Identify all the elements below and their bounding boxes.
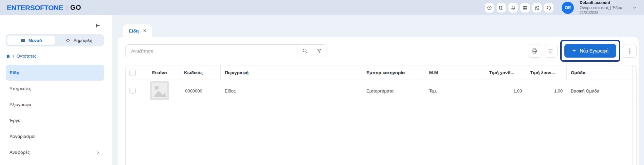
row-select-cell bbox=[126, 88, 139, 94]
logo-product: GO bbox=[70, 4, 81, 12]
search-input[interactable] bbox=[126, 45, 298, 57]
sidebar-item-accounts[interactable]: Λογαριασμοί bbox=[6, 128, 104, 144]
filter-icon bbox=[316, 48, 322, 54]
collapse-left-icon bbox=[95, 23, 101, 28]
sidebar-item-items[interactable]: Είδη bbox=[6, 65, 104, 81]
avatar[interactable]: OE bbox=[562, 2, 574, 14]
header-wholesale-price[interactable]: Τιμή χονδ... bbox=[485, 65, 526, 80]
account-info[interactable]: Default account Ονομα εταιρείας | Έδρα 2… bbox=[580, 1, 622, 15]
select-all-cell bbox=[126, 65, 139, 80]
select-all-checkbox[interactable] bbox=[129, 70, 136, 76]
logo-separator: | bbox=[66, 4, 68, 12]
tabstrip: Είδη × bbox=[118, 15, 639, 37]
cell-retail-price: 1,00 bbox=[526, 88, 567, 94]
content-card: + Νέα Εγγραφή ⋮ Εικόνα Κωδικός bbox=[118, 37, 639, 165]
book-icon bbox=[499, 5, 504, 11]
hamburger-icon bbox=[20, 38, 25, 43]
tab-items-label: Είδη bbox=[129, 28, 139, 34]
plus-icon: + bbox=[572, 47, 576, 54]
header-group[interactable]: Ομάδα bbox=[567, 65, 633, 80]
support-button[interactable] bbox=[544, 3, 554, 13]
account-company: Ονομα εταιρείας | Έδρα bbox=[580, 6, 622, 10]
sidebar-item-projects[interactable]: Έργα bbox=[6, 112, 104, 128]
print-button[interactable] bbox=[528, 44, 541, 58]
search-button[interactable] bbox=[298, 45, 312, 57]
breadcrumb-separator: / bbox=[13, 54, 14, 59]
breadcrumb: / Οντότητες bbox=[6, 54, 104, 59]
book-button[interactable] bbox=[497, 3, 506, 13]
row-image-cell bbox=[139, 81, 180, 100]
sidebar-collapse-button[interactable] bbox=[95, 23, 101, 29]
chevron-down-icon bbox=[632, 5, 637, 10]
widgets-button[interactable] bbox=[532, 3, 542, 13]
delete-button[interactable] bbox=[544, 44, 558, 58]
header-gutter bbox=[633, 65, 636, 80]
header-image[interactable]: Εικόνα bbox=[139, 65, 180, 80]
breadcrumb-entities[interactable]: Οντότητες bbox=[17, 54, 36, 59]
row-checkbox[interactable] bbox=[129, 88, 136, 94]
star-icon bbox=[65, 38, 71, 43]
gauge-button[interactable] bbox=[485, 3, 494, 13]
header-unit[interactable]: Μ.Μ bbox=[425, 65, 485, 80]
sidebar-menu: Είδη Υπηρεσίες Αξιόγραφα Έργα Λογαριασμο… bbox=[6, 65, 104, 160]
apps-button[interactable] bbox=[520, 3, 530, 13]
bell-icon bbox=[510, 5, 516, 11]
logo-brand: ENTERSOFTONE bbox=[7, 4, 63, 12]
tab-menu-label: Μενού bbox=[28, 38, 42, 43]
apps-icon bbox=[522, 5, 528, 11]
cell-wholesale-price: 1,00 bbox=[485, 88, 526, 94]
headset-icon bbox=[546, 5, 551, 11]
cell-group: Βασική Ομάδα bbox=[567, 88, 633, 94]
table-row[interactable]: 0000000 Είδος Εμπορεύματα Τεμ. 1,00 1,00… bbox=[126, 80, 636, 102]
tab-favorites[interactable]: Δημοφιλή bbox=[55, 36, 103, 45]
filter-button[interactable] bbox=[312, 45, 326, 57]
sidebar-item-label: Είδη bbox=[9, 70, 19, 75]
sidebar-item-label: Αξιόγραφα bbox=[9, 102, 31, 107]
topbar-actions: OE Default account Ονομα εταιρείας | Έδρ… bbox=[485, 1, 637, 15]
printer-icon bbox=[531, 48, 538, 54]
trash-icon bbox=[547, 48, 554, 54]
header-code[interactable]: Κωδικός bbox=[180, 65, 221, 80]
table-header-row: Εικόνα Κωδικός Περιγραφή Εμπορ.κατηγορία… bbox=[126, 65, 636, 80]
more-options-button[interactable]: ⋮ bbox=[623, 44, 637, 58]
account-date: 21/01/2026 bbox=[580, 11, 622, 15]
cell-category: Εμπορεύματα bbox=[362, 88, 425, 94]
chevron-right-icon: › bbox=[97, 149, 99, 155]
sidebar-item-label: Λογαριασμοί bbox=[9, 134, 35, 139]
image-placeholder-icon bbox=[150, 81, 169, 100]
search-icon bbox=[302, 48, 308, 54]
search-box bbox=[125, 44, 326, 57]
app-logo: ENTERSOFTONE | GO bbox=[7, 4, 81, 12]
sidebar-view-toggle: Μενού Δημοφιλή bbox=[6, 34, 104, 46]
items-table: Εικόνα Κωδικός Περιγραφή Εμπορ.κατηγορία… bbox=[125, 65, 637, 165]
header-category[interactable]: Εμπορ.κατηγορία bbox=[362, 65, 425, 80]
new-record-button[interactable]: + Νέα Εγγραφή bbox=[564, 44, 616, 58]
sidebar-item-label: Υπηρεσίες bbox=[9, 86, 31, 91]
tab-close-icon[interactable]: × bbox=[143, 28, 146, 34]
new-record-label: Νέα Εγγραφή bbox=[580, 48, 608, 54]
header-retail-price[interactable]: Τιμή λιανι... bbox=[526, 65, 567, 80]
account-menu-chevron[interactable] bbox=[632, 5, 637, 10]
header-description[interactable]: Περιγραφή bbox=[221, 65, 362, 80]
tab-favorites-label: Δημοφιλή bbox=[74, 38, 93, 43]
tab-items[interactable]: Είδη × bbox=[123, 24, 152, 37]
notifications-button[interactable] bbox=[508, 3, 518, 13]
main-area: Είδη × bbox=[112, 15, 644, 165]
toolbar: + Νέα Εγγραφή ⋮ bbox=[125, 44, 637, 58]
sidebar-item-label: Αναφορές bbox=[9, 150, 30, 155]
sidebar-item-label: Έργα bbox=[9, 118, 21, 123]
sidebar-item-notes[interactable]: Αξιόγραφα bbox=[6, 97, 104, 112]
sidebar-item-services[interactable]: Υπηρεσίες bbox=[6, 81, 104, 97]
account-name: Default account bbox=[580, 1, 622, 5]
cell-code: 0000000 bbox=[180, 88, 221, 94]
topbar: ENTERSOFTONE | GO OE Default account Ονο… bbox=[0, 0, 644, 15]
toolbar-actions: + Νέα Εγγραφή ⋮ bbox=[528, 40, 637, 62]
tutorial-highlight-box: + Νέα Εγγραφή bbox=[560, 40, 620, 62]
sidebar-item-reports[interactable]: Αναφορές › bbox=[6, 144, 104, 160]
gauge-icon bbox=[487, 5, 492, 11]
kebab-icon: ⋮ bbox=[627, 48, 633, 54]
tab-menu[interactable]: Μενού bbox=[7, 36, 55, 45]
widgets-icon bbox=[534, 5, 540, 11]
cell-description: Είδος bbox=[221, 88, 362, 94]
home-icon[interactable] bbox=[6, 54, 11, 59]
